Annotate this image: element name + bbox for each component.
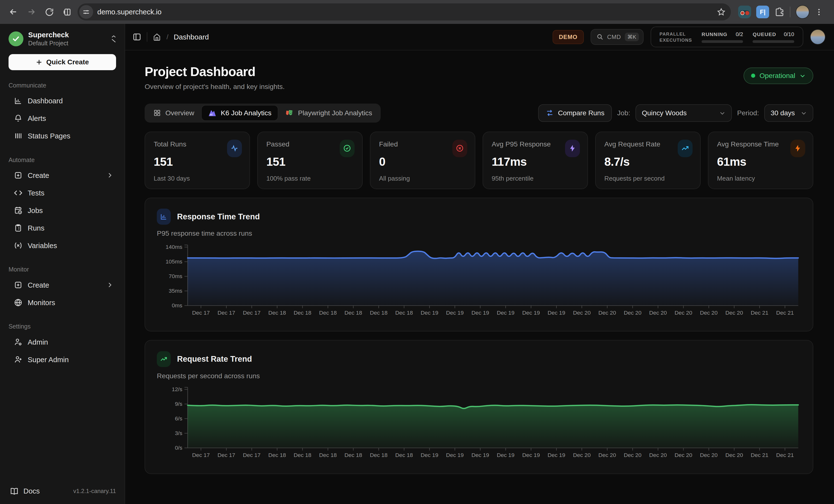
docs-link[interactable]: Docs: [10, 487, 40, 496]
sidebar-item-status-pages[interactable]: Status Pages: [4, 127, 121, 145]
address-bar[interactable]: demo.supercheck.io: [78, 3, 731, 21]
svg-text:Dec 20: Dec 20: [725, 452, 743, 458]
clipboard-icon: [14, 224, 22, 232]
header-divider: [147, 32, 147, 42]
stat-card-passed: Passed 151 100% pass rate: [257, 132, 363, 189]
sidebar-toggle-button[interactable]: [132, 32, 141, 41]
chart-title: Response Time Trend: [177, 212, 260, 221]
tab-overview[interactable]: Overview: [146, 105, 201, 121]
home-breadcrumb-button[interactable]: [153, 33, 161, 41]
svg-text:6/s: 6/s: [175, 415, 182, 422]
svg-text:9/s: 9/s: [175, 401, 182, 407]
quick-create-button[interactable]: Quick Create: [8, 54, 116, 70]
section-label-automate: Automate: [0, 157, 125, 163]
trending-up-icon: [678, 140, 693, 157]
stat-card-avg-request-rate: Avg Request Rate 8.7/s Requests per seco…: [595, 132, 701, 189]
zap-icon: [565, 140, 580, 157]
svg-text:Dec 19: Dec 19: [446, 452, 464, 458]
svg-text:Dec 20: Dec 20: [598, 309, 616, 316]
svg-text:Dec 18: Dec 18: [294, 309, 312, 316]
svg-text:105ms: 105ms: [166, 258, 182, 265]
job-select[interactable]: Quincy Woods: [636, 104, 732, 122]
sidebar-item-dashboard[interactable]: Dashboard: [4, 92, 121, 110]
extension-f-icon[interactable]: F|: [756, 6, 769, 18]
browser-back-button[interactable]: [5, 4, 21, 20]
svg-text:70ms: 70ms: [169, 273, 182, 279]
toolbar-divider: [790, 6, 790, 17]
compare-arrows-icon: [546, 109, 554, 117]
page-title: Project Dashboard: [145, 64, 285, 79]
reload-icon: [45, 7, 54, 17]
svg-text:0ms: 0ms: [172, 302, 182, 308]
compare-runs-button[interactable]: Compare Runs: [538, 104, 612, 122]
browser-profile-avatar[interactable]: [796, 5, 810, 19]
extension-robot-icon[interactable]: [738, 6, 751, 18]
globe-icon: [14, 298, 22, 307]
svg-text:Dec 18: Dec 18: [395, 452, 413, 458]
status-badge[interactable]: Operational: [744, 68, 813, 84]
svg-text:Dec 17: Dec 17: [218, 309, 235, 316]
bell-icon: [14, 114, 22, 122]
svg-text:Dec 17: Dec 17: [218, 452, 235, 458]
project-subtitle: Default Project: [28, 40, 105, 47]
svg-text:Dec 21: Dec 21: [776, 309, 794, 316]
sidebar-item-create-monitor[interactable]: Create: [4, 276, 121, 294]
svg-text:Dec 19: Dec 19: [548, 452, 566, 458]
user-avatar[interactable]: [810, 29, 826, 45]
sidebar-item-alerts[interactable]: Alerts: [4, 110, 121, 127]
grid-icon: [153, 109, 161, 117]
svg-text:Dec 19: Dec 19: [421, 452, 438, 458]
request-rate-trend-card: Request Rate Trend Requests per second a…: [145, 340, 813, 474]
square-plus-icon: [14, 171, 22, 180]
svg-text:Dec 20: Dec 20: [649, 452, 667, 458]
sidebar-item-create-automate[interactable]: Create: [4, 167, 121, 184]
breadcrumb-separator: /: [167, 33, 169, 41]
url-text: demo.supercheck.io: [97, 8, 710, 16]
svg-text:Dec 18: Dec 18: [395, 309, 413, 316]
svg-text:Dec 20: Dec 20: [675, 309, 692, 316]
sidebar-item-admin[interactable]: Admin: [4, 334, 121, 351]
breadcrumb[interactable]: Dashboard: [174, 33, 209, 41]
request-rate-chart: 12/s9/s6/s3/s0/sDec 17Dec 17Dec 17Dec 18…: [157, 384, 801, 460]
svg-text:Dec 18: Dec 18: [319, 309, 337, 316]
sidebar-item-jobs[interactable]: Jobs: [4, 202, 121, 219]
site-settings-icon[interactable]: [79, 5, 93, 19]
browser-reload-button[interactable]: [41, 4, 57, 20]
chevron-down-icon: [800, 110, 807, 116]
period-select[interactable]: 30 days: [764, 104, 813, 122]
tab-k6-job-analytics[interactable]: k6 K6 Job Analytics: [201, 105, 279, 121]
bookmark-star-button[interactable]: [715, 6, 727, 18]
sidebar-item-runs[interactable]: Runs: [4, 219, 121, 237]
project-switcher[interactable]: Supercheck Default Project: [0, 31, 125, 47]
section-label-monitor: Monitor: [0, 266, 125, 273]
chevron-right-icon: [106, 281, 113, 288]
command-search[interactable]: CMD ⌘K: [591, 29, 643, 45]
app-version: v1.2.1-canary.11: [73, 488, 116, 495]
sidebar-item-tests[interactable]: Tests: [4, 184, 121, 202]
browser-menu-icon[interactable]: [815, 8, 823, 16]
extensions-puzzle-icon[interactable]: [774, 7, 785, 17]
stat-card-total-runs: Total Runs 151 Last 30 days: [145, 132, 250, 189]
sidebar-item-monitors[interactable]: Monitors: [4, 294, 121, 312]
chart-title: Request Rate Trend: [177, 354, 252, 364]
tab-playwright-job-analytics[interactable]: Playwright Job Analytics: [278, 105, 379, 121]
plus-icon: [36, 59, 42, 66]
page-subtitle: Overview of project's health, and key in…: [145, 83, 285, 91]
section-label-settings: Settings: [0, 323, 125, 330]
svg-text:Dec 20: Dec 20: [573, 452, 591, 458]
analytics-tabs: Overview k6 K6 Job Analytics Playwright …: [145, 104, 381, 122]
code-icon: [14, 189, 22, 197]
sidebar-item-super-admin[interactable]: Super Admin: [4, 351, 121, 368]
parallel-executions-panel: PARALLEL EXECUTIONS RUNNING 0/2 QUEUED: [651, 27, 803, 47]
browser-forward-button[interactable]: [23, 4, 39, 20]
sidebar-item-variables[interactable]: Variables: [4, 237, 121, 254]
queued-progressbar: [752, 40, 794, 43]
browser-split-view-button[interactable]: [60, 4, 75, 20]
square-plus-icon: [14, 281, 22, 289]
stats-row: Total Runs 151 Last 30 days Passed 151 1…: [145, 132, 813, 189]
browser-toolbar: demo.supercheck.io F|: [0, 0, 834, 24]
svg-text:Dec 20: Dec 20: [598, 452, 616, 458]
arrow-right-icon: [27, 7, 36, 17]
svg-text:Dec 19: Dec 19: [421, 309, 438, 316]
variable-icon: [14, 241, 22, 250]
